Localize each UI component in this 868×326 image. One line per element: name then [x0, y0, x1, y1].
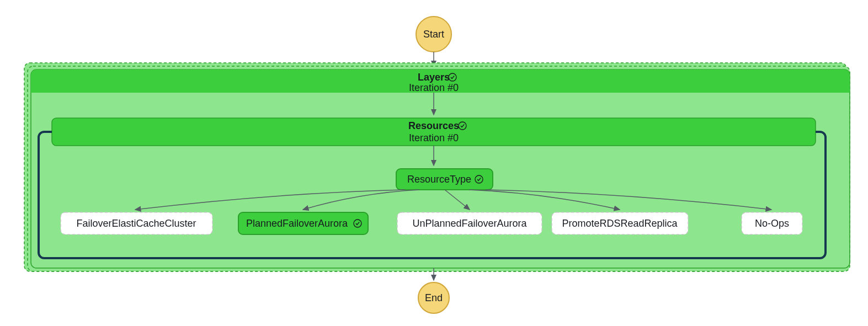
branch-planned-failover-aurora[interactable]: PlannedFailoverAurora — [238, 212, 368, 234]
resource-type-label: ResourceType — [407, 174, 471, 185]
resources-title: Resources — [408, 120, 459, 131]
layers-subtitle: Iteration #0 — [409, 82, 459, 93]
end-label: End — [425, 292, 443, 303]
start-label: Start — [423, 29, 444, 40]
start-node[interactable]: Start — [416, 17, 451, 52]
svg-text:Resources: Resources — [408, 120, 459, 131]
state-machine-diagram: Start Layers Iteration #0 Resources Iter… — [0, 0, 868, 326]
branch-label: PlannedFailoverAurora — [246, 218, 348, 229]
branch-failover-elasticache-cluster[interactable]: FailoverElastiCacheCluster — [61, 212, 212, 234]
branch-promote-rds-read-replica[interactable]: PromoteRDSReadReplica — [552, 212, 688, 234]
layers-title: Layers — [418, 72, 450, 83]
branch-no-ops[interactable]: No-Ops — [742, 212, 802, 234]
end-node[interactable]: End — [418, 282, 449, 313]
resource-type-node[interactable]: ResourceType — [396, 169, 493, 190]
branch-unplanned-failover-aurora[interactable]: UnPlannedFailoverAurora — [397, 212, 542, 234]
branch-label: UnPlannedFailoverAurora — [412, 218, 527, 229]
svg-text:Layers: Layers — [418, 72, 450, 83]
resources-subtitle: Iteration #0 — [409, 132, 459, 143]
branch-label: FailoverElastiCacheCluster — [76, 218, 196, 229]
branch-label: PromoteRDSReadReplica — [562, 218, 678, 229]
resources-container[interactable]: Resources Iteration #0 — [52, 118, 816, 146]
branch-label: No-Ops — [755, 218, 789, 229]
